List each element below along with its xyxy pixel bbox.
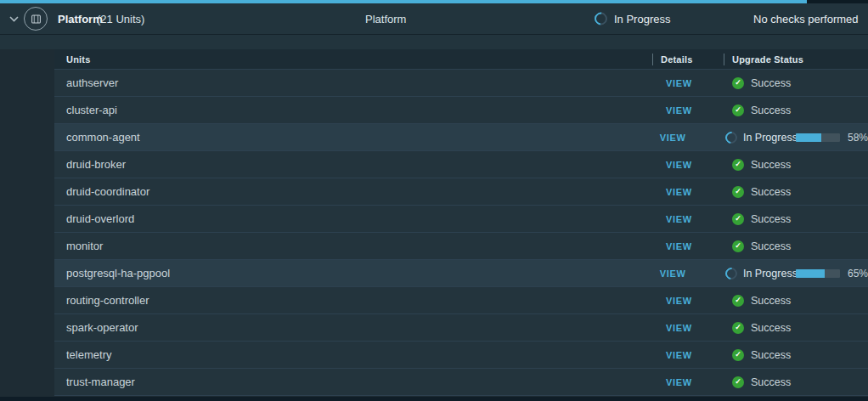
success-icon: ✓ [732, 240, 744, 252]
table-row: common-agent VIEW In Progress 58% [54, 124, 868, 151]
status-label: Success [751, 295, 791, 307]
column-divider [724, 54, 724, 65]
progress-fill [796, 133, 821, 142]
unit-name: druid-coordinator [66, 185, 149, 198]
status-cell: In Progress 65% [717, 260, 868, 286]
table-row: cluster-api VIEW ✓ Success [54, 97, 868, 124]
status-in-progress: In Progress 65% [725, 268, 868, 280]
status-success: ✓ Success [732, 213, 791, 225]
view-link[interactable]: VIEW [666, 187, 692, 197]
unit-count: (21 Units) [97, 13, 144, 25]
success-icon: ✓ [732, 322, 744, 334]
status-label: Success [751, 376, 791, 388]
progress-percent: 65% [848, 268, 868, 280]
status-cell: ✓ Success [724, 97, 868, 123]
spinner-icon [592, 9, 610, 27]
unit-name: druid-broker [66, 158, 126, 171]
spinner-icon [723, 265, 740, 282]
success-icon: ✓ [732, 213, 744, 225]
status-success: ✓ Success [732, 104, 791, 116]
success-icon: ✓ [732, 104, 744, 116]
table-row: routing-controller VIEW ✓ Success [54, 287, 868, 314]
view-link[interactable]: VIEW [666, 105, 692, 116]
table-row: telemetry VIEW ✓ Success [54, 342, 868, 369]
status-cell: ✓ Success [724, 314, 868, 341]
status-label: Success [751, 240, 791, 252]
status-cell: ✓ Success [724, 151, 868, 178]
view-link[interactable]: VIEW [666, 241, 692, 251]
progress-bar [796, 269, 840, 278]
unit-name: cluster-api [66, 104, 117, 116]
status-label: Success [751, 213, 791, 225]
status-label: Success [751, 159, 791, 171]
status-label: Success [751, 349, 791, 361]
spinner-icon [723, 129, 740, 146]
table-row: monitor VIEW ✓ Success [54, 233, 868, 260]
success-icon: ✓ [732, 349, 744, 361]
status-success: ✓ Success [732, 295, 791, 307]
success-icon: ✓ [732, 376, 744, 388]
component-name: Platform [365, 13, 406, 25]
view-link[interactable]: VIEW [660, 133, 686, 143]
view-link[interactable]: VIEW [666, 350, 692, 360]
unit-name: telemetry [66, 348, 111, 361]
status-success: ✓ Success [732, 322, 791, 334]
section-status: In Progress [595, 13, 670, 25]
view-link[interactable]: VIEW [660, 268, 686, 279]
status-success: ✓ Success [732, 186, 791, 198]
status-success: ✓ Success [732, 77, 791, 89]
status-label: Success [751, 322, 791, 334]
progress-percent: 58% [848, 132, 868, 144]
column-header-upgrade-status: Upgrade Status [724, 49, 868, 69]
column-header-units: Units [54, 49, 652, 69]
table-body: authserver VIEW ✓ Success cluster-api VI… [54, 70, 868, 396]
view-link[interactable]: VIEW [666, 214, 692, 224]
success-icon: ✓ [732, 159, 744, 171]
unit-name: postgresql-ha-pgpool [66, 267, 170, 280]
bundle-icon [24, 7, 48, 31]
unit-name: trust-manager [66, 376, 135, 388]
view-link[interactable]: VIEW [666, 323, 692, 333]
unit-name: common-agent [66, 131, 140, 144]
column-header-details: Details [652, 49, 724, 69]
status-success: ✓ Success [732, 349, 791, 361]
status-success: ✓ Success [732, 376, 791, 388]
table-row: authserver VIEW ✓ Success [54, 70, 868, 97]
status-label: Success [751, 104, 791, 116]
column-divider [652, 54, 653, 65]
table-row: druid-broker VIEW ✓ Success [54, 151, 868, 178]
table-row: druid-overlord VIEW ✓ Success [54, 206, 868, 233]
status-cell: ✓ Success [724, 369, 868, 395]
status-success: ✓ Success [732, 159, 791, 171]
progress-bar [796, 133, 840, 142]
status-success: ✓ Success [732, 240, 791, 252]
view-link[interactable]: VIEW [666, 377, 692, 387]
unit-name: spark-operator [66, 321, 138, 334]
next-section-edge [0, 397, 868, 401]
view-link[interactable]: VIEW [666, 160, 692, 170]
section-title: Platform [58, 13, 103, 25]
status-cell: ✓ Success [724, 206, 868, 232]
table-row: trust-manager VIEW ✓ Success [54, 369, 868, 396]
status-cell: ✓ Success [724, 233, 868, 259]
column-header-upgrade-status-label: Upgrade Status [732, 54, 803, 65]
status-label: Success [751, 77, 791, 89]
view-link[interactable]: VIEW [666, 78, 692, 88]
status-cell: ✓ Success [724, 70, 868, 96]
chevron-down-icon[interactable] [6, 11, 21, 26]
table-row: druid-coordinator VIEW ✓ Success [54, 178, 868, 206]
units-table: Units Details Upgrade Status authserver … [54, 49, 868, 396]
status-label: In Progress [743, 268, 796, 280]
success-icon: ✓ [732, 186, 744, 198]
column-header-details-label: Details [661, 54, 692, 65]
table-row: postgresql-ha-pgpool VIEW In Progress 65… [54, 260, 868, 287]
section-status-label: In Progress [614, 13, 670, 25]
unit-name: routing-controller [66, 294, 149, 307]
success-icon: ✓ [732, 295, 744, 307]
table-row: spark-operator VIEW ✓ Success [54, 314, 868, 342]
status-cell: ✓ Success [724, 178, 868, 205]
unit-name: druid-overlord [66, 212, 134, 225]
unit-name: authserver [66, 76, 118, 89]
view-link[interactable]: VIEW [666, 296, 692, 306]
status-label: In Progress [743, 132, 796, 144]
